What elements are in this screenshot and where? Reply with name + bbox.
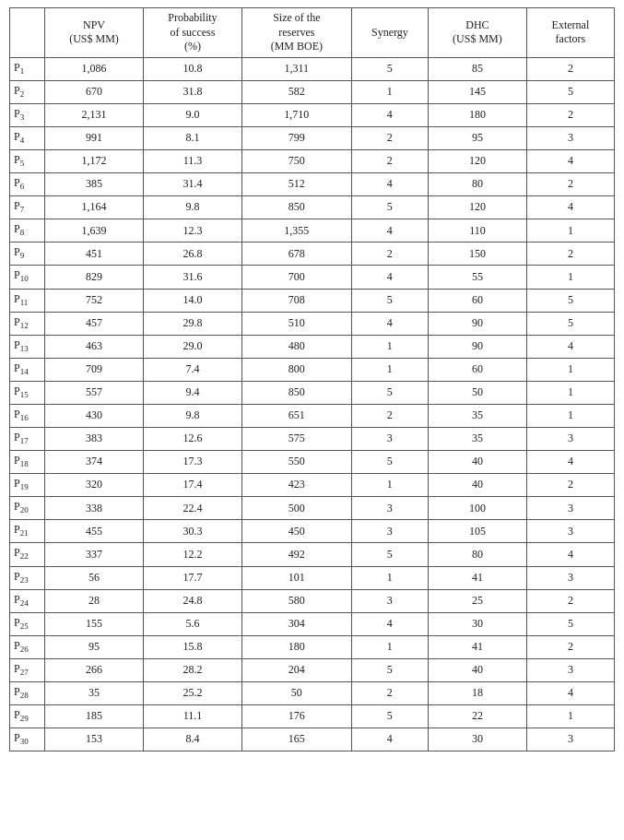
row-cell: 155 <box>45 612 144 635</box>
table-row: P2233712.24925804 <box>10 543 615 566</box>
row-cell: 95 <box>428 127 526 150</box>
row-cell: 5 <box>351 196 428 219</box>
col-header-external: Externalfactors <box>526 8 614 58</box>
row-cell: 40 <box>428 451 526 474</box>
table-row: P32,1319.01,71041802 <box>10 103 615 126</box>
row-cell: 4 <box>526 335 614 358</box>
row-cell: 90 <box>428 335 526 358</box>
row-cell: 1 <box>526 404 614 427</box>
row-cell: 5 <box>526 80 614 103</box>
row-cell: 185 <box>45 704 144 728</box>
row-cell: 451 <box>45 243 144 266</box>
row-label: P15 <box>10 381 45 404</box>
row-cell: 1,172 <box>45 150 144 173</box>
row-cell: 60 <box>428 289 526 312</box>
row-cell: 90 <box>428 312 526 335</box>
row-cell: 9.8 <box>143 404 241 427</box>
row-cell: 50 <box>241 681 351 704</box>
row-cell: 120 <box>428 196 526 219</box>
row-cell: 1,355 <box>241 219 351 243</box>
row-cell: 80 <box>428 543 526 566</box>
col-header-npv: NPV(US$ MM) <box>45 8 144 58</box>
row-cell: 180 <box>428 103 526 126</box>
row-label: P26 <box>10 635 45 658</box>
row-cell: 4 <box>351 266 428 289</box>
row-cell: 180 <box>241 635 351 658</box>
table-row: P269515.81801412 <box>10 635 615 658</box>
row-cell: 580 <box>241 589 351 612</box>
row-cell: 510 <box>241 312 351 335</box>
row-cell: 4 <box>526 451 614 474</box>
row-cell: 5 <box>351 57 428 80</box>
row-cell: 31.6 <box>143 266 241 289</box>
row-cell: 850 <box>241 196 351 219</box>
row-cell: 11.1 <box>143 704 241 728</box>
table-row: P1346329.04801904 <box>10 335 615 358</box>
row-label: P12 <box>10 312 45 335</box>
row-cell: 463 <box>45 335 144 358</box>
row-label: P2 <box>10 80 45 103</box>
row-cell: 30 <box>428 728 526 751</box>
row-cell: 10.8 <box>143 57 241 80</box>
row-cell: 2 <box>526 589 614 612</box>
row-cell: 2 <box>351 127 428 150</box>
row-cell: 8.1 <box>143 127 241 150</box>
table-row: P1932017.44231402 <box>10 474 615 497</box>
row-cell: 11.3 <box>143 150 241 173</box>
row-cell: 5 <box>351 289 428 312</box>
row-cell: 50 <box>428 381 526 404</box>
row-cell: 3 <box>351 497 428 520</box>
row-cell: 100 <box>428 497 526 520</box>
col-header-probability: Probabilityof success(%) <box>143 8 241 58</box>
row-cell: 4 <box>526 681 614 704</box>
row-cell: 3 <box>526 520 614 543</box>
row-cell: 25 <box>428 589 526 612</box>
table-row: P49918.17992953 <box>10 127 615 150</box>
table-row: P638531.45124802 <box>10 173 615 196</box>
row-label: P28 <box>10 681 45 704</box>
row-cell: 430 <box>45 404 144 427</box>
row-cell: 2 <box>526 635 614 658</box>
row-cell: 2 <box>526 243 614 266</box>
row-cell: 337 <box>45 543 144 566</box>
row-cell: 26.8 <box>143 243 241 266</box>
row-cell: 5 <box>351 451 428 474</box>
row-cell: 457 <box>45 312 144 335</box>
row-label: P18 <box>10 451 45 474</box>
row-cell: 35 <box>428 404 526 427</box>
row-label: P6 <box>10 173 45 196</box>
row-cell: 5 <box>351 381 428 404</box>
row-cell: 320 <box>45 474 144 497</box>
row-cell: 85 <box>428 57 526 80</box>
row-cell: 1 <box>526 219 614 243</box>
row-cell: 41 <box>428 566 526 589</box>
row-cell: 2 <box>351 404 428 427</box>
row-cell: 1 <box>526 704 614 728</box>
row-cell: 1,311 <box>241 57 351 80</box>
row-label: P4 <box>10 127 45 150</box>
row-cell: 7.4 <box>143 358 241 381</box>
row-label: P3 <box>10 103 45 126</box>
table-row: P945126.867821502 <box>10 243 615 266</box>
row-cell: 29.0 <box>143 335 241 358</box>
row-cell: 17.4 <box>143 474 241 497</box>
row-cell: 204 <box>241 658 351 681</box>
row-cell: 3 <box>526 497 614 520</box>
row-cell: 557 <box>45 381 144 404</box>
row-cell: 80 <box>428 173 526 196</box>
table-row: P235617.71011413 <box>10 566 615 589</box>
table-container: NPV(US$ MM) Probabilityof success(%) Siz… <box>0 0 624 759</box>
row-cell: 4 <box>351 219 428 243</box>
row-cell: 266 <box>45 658 144 681</box>
row-cell: 651 <box>241 404 351 427</box>
row-cell: 5 <box>351 658 428 681</box>
row-cell: 22 <box>428 704 526 728</box>
row-cell: 512 <box>241 173 351 196</box>
table-row: P164309.86512351 <box>10 404 615 427</box>
row-cell: 4 <box>526 543 614 566</box>
table-row: P242824.85803252 <box>10 589 615 612</box>
row-cell: 1,086 <box>45 57 144 80</box>
row-cell: 3 <box>526 728 614 751</box>
row-cell: 5.6 <box>143 612 241 635</box>
row-cell: 480 <box>241 335 351 358</box>
